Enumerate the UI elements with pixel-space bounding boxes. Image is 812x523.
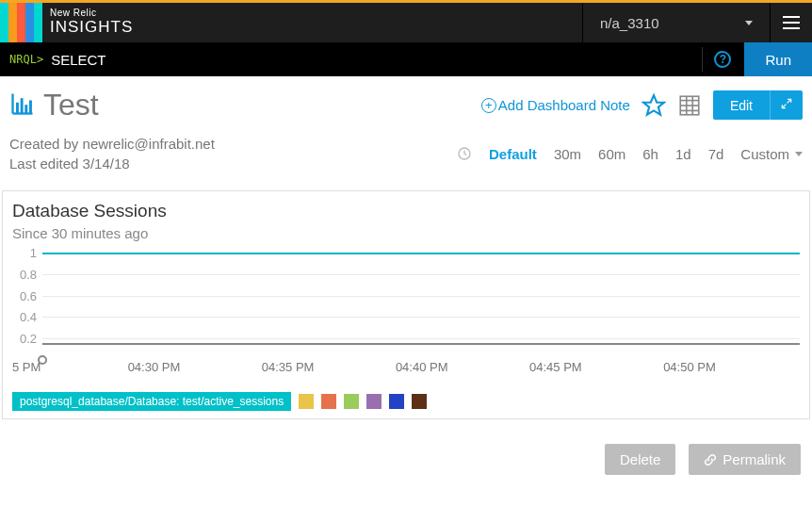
permalink-button[interactable]: Permalink xyxy=(689,444,801,475)
x-tick: 04:50 PM xyxy=(663,360,716,374)
chevron-down-icon xyxy=(745,21,753,25)
x-tick: 5 PM xyxy=(12,360,41,374)
x-tick: 04:45 PM xyxy=(529,360,582,374)
dashboard-header: Test + Add Dashboard Note Edit xyxy=(0,76,812,130)
y-tick: 0.2 xyxy=(20,332,37,346)
svg-rect-2 xyxy=(16,103,19,114)
time-7d[interactable]: 7d xyxy=(708,146,724,162)
footer-actions: Delete Permalink xyxy=(0,419,812,499)
chevron-down-icon xyxy=(795,152,803,156)
template-button[interactable] xyxy=(677,93,702,118)
svg-marker-6 xyxy=(643,95,664,115)
hamburger-icon xyxy=(783,16,800,29)
legend-swatch[interactable] xyxy=(321,394,336,409)
legend-swatch[interactable] xyxy=(366,394,382,409)
legend-swatch[interactable] xyxy=(412,394,427,409)
menu-button[interactable] xyxy=(771,3,812,42)
last-edited-value: 3/14/18 xyxy=(83,155,130,172)
add-dashboard-note[interactable]: + Add Dashboard Note xyxy=(481,97,630,113)
legend-series-main[interactable]: postgresql_database/Database: test/activ… xyxy=(12,392,291,411)
time-60m[interactable]: 60m xyxy=(598,146,625,162)
svg-rect-5 xyxy=(29,101,32,114)
y-tick: 0.8 xyxy=(20,267,37,281)
account-name: n/a_3310 xyxy=(600,15,659,31)
expand-button[interactable] xyxy=(770,90,803,120)
chart: 1 0.8 0.6 0.4 0.2 5 PM 04:30 PM 04:35 PM… xyxy=(12,253,800,375)
y-tick: 1 xyxy=(30,246,37,260)
help-icon[interactable]: ? xyxy=(714,51,731,68)
run-button[interactable]: Run xyxy=(744,42,812,76)
x-tick: 04:35 PM xyxy=(262,360,315,374)
y-tick: 0.4 xyxy=(20,310,37,324)
y-axis: 1 0.8 0.6 0.4 0.2 xyxy=(12,253,41,360)
time-30m[interactable]: 30m xyxy=(554,146,581,162)
clock-icon xyxy=(457,146,472,161)
last-edited-label: Last edited xyxy=(9,155,78,172)
app-header: New Relic INSIGHTS n/a_3310 xyxy=(0,3,812,42)
dashboard-meta: Created by newrelic@infrabit.net Last ed… xyxy=(0,130,812,173)
y-tick: 0.6 xyxy=(20,288,37,302)
add-note-label: Add Dashboard Note xyxy=(498,97,630,113)
delete-button[interactable]: Delete xyxy=(605,444,675,475)
x-tick: 04:40 PM xyxy=(396,360,448,374)
time-custom[interactable]: Custom xyxy=(740,146,803,162)
favorite-button[interactable] xyxy=(641,93,666,118)
widget-title: Database Sessions xyxy=(12,201,800,221)
plus-circle-icon: + xyxy=(481,98,496,113)
svg-line-14 xyxy=(788,99,791,103)
account-selector[interactable]: n/a_3310 xyxy=(582,3,771,42)
brand-small: New Relic xyxy=(50,8,133,18)
legend-swatch[interactable] xyxy=(299,394,314,409)
nrql-bar: NRQL> ? Run xyxy=(0,42,812,76)
time-default[interactable]: Default xyxy=(489,146,537,162)
widget-subtitle: Since 30 minutes ago xyxy=(12,225,800,241)
widget-database-sessions: Database Sessions Since 30 minutes ago 1… xyxy=(2,190,810,419)
bar-chart-icon xyxy=(9,90,36,120)
svg-line-13 xyxy=(782,105,786,108)
series-line xyxy=(42,253,800,254)
expand-icon xyxy=(780,97,793,110)
time-6h[interactable]: 6h xyxy=(642,146,658,162)
x-axis: 5 PM 04:30 PM 04:35 PM 04:40 PM 04:45 PM… xyxy=(12,360,800,375)
legend-swatch[interactable] xyxy=(344,394,359,409)
plot-area[interactable] xyxy=(42,253,800,360)
svg-rect-3 xyxy=(21,98,24,113)
time-1d[interactable]: 1d xyxy=(675,146,691,162)
legend: postgresql_database/Database: test/activ… xyxy=(12,392,800,411)
separator xyxy=(702,47,703,72)
time-picker: Default 30m 60m 6h 1d 7d Custom xyxy=(457,146,803,162)
logo[interactable]: New Relic INSIGHTS xyxy=(0,3,140,42)
nrql-input[interactable] xyxy=(51,52,690,68)
svg-rect-4 xyxy=(24,105,27,113)
link-icon xyxy=(704,453,717,466)
nrql-label: NRQL> xyxy=(0,53,51,66)
page-title: Test xyxy=(43,88,99,123)
edit-button[interactable]: Edit xyxy=(713,90,770,120)
legend-swatch[interactable] xyxy=(389,394,404,409)
created-by-label: Created by xyxy=(9,136,78,152)
created-by-value: newrelic@infrabit.net xyxy=(83,136,215,152)
logo-stripes-icon xyxy=(0,3,42,42)
brand-main: INSIGHTS xyxy=(50,18,133,37)
x-tick: 04:30 PM xyxy=(128,360,181,374)
